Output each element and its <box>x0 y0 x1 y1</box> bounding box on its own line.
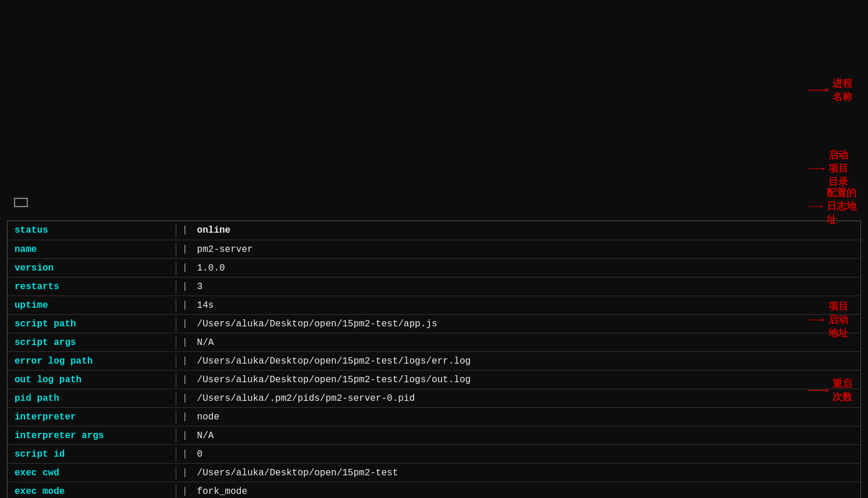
row-key-script-id: script id <box>8 447 176 461</box>
table-row: restarts|3 <box>8 277 860 296</box>
row-val-name: pm2-server <box>194 243 860 257</box>
describe-box <box>14 198 28 207</box>
row-pipe: | <box>176 447 194 461</box>
table-row: status|online <box>8 221 860 240</box>
row-val-interpreter: node <box>194 410 860 424</box>
svg-marker-7 <box>822 318 825 321</box>
row-pipe: | <box>176 317 194 331</box>
table-row: pid path|/Users/aluka/.pm2/pids/pm2-serv… <box>8 389 860 407</box>
annotation-0: 进程名称 <box>808 77 856 104</box>
svg-marker-1 <box>826 88 829 92</box>
row-key-error-log-path: error log path <box>8 354 176 368</box>
annotation-1: 启动项目目录 <box>808 148 856 188</box>
row-key-uptime: uptime <box>8 298 176 312</box>
row-pipe: | <box>176 392 194 405</box>
table-row: exec cwd|/Users/aluka/Desktop/open/15pm2… <box>8 463 860 482</box>
table-row: name|pm2-server <box>8 240 860 258</box>
row-val-script-args: N/A <box>194 336 860 350</box>
row-pipe: | <box>176 223 194 237</box>
row-key-restarts: restarts <box>8 280 176 294</box>
row-val-error-log-path: /Users/aluka/Desktop/open/15pm2-test/log… <box>194 354 860 368</box>
table-row: script args|N/A <box>8 333 860 351</box>
table-row: script path|/Users/aluka/Desktop/open/15… <box>8 314 860 333</box>
row-val-restarts: 3 <box>194 280 860 294</box>
table-row: out log path|/Users/aluka/Desktop/open/1… <box>8 370 860 389</box>
row-val-status: online <box>194 223 860 237</box>
row-key-interpreter: interpreter <box>8 410 176 424</box>
terminal-window: status|onlinename|pm2-serverversion|1.0.… <box>0 0 868 498</box>
row-pipe: | <box>176 410 194 424</box>
row-key-exec-mode: exec mode <box>8 485 176 499</box>
row-val-exec-cwd: /Users/aluka/Desktop/open/15pm2-test <box>194 466 860 480</box>
table-row: error log path|/Users/aluka/Desktop/open… <box>8 351 860 370</box>
row-key-pid-path: pid path <box>8 392 176 405</box>
row-pipe: | <box>176 243 194 257</box>
row-val-script-id: 0 <box>194 447 860 461</box>
table-row: exec mode|fork_mode <box>8 482 860 498</box>
row-pipe: | <box>176 336 194 350</box>
command-line <box>0 158 868 192</box>
table-row: version|1.0.0 <box>8 258 860 277</box>
svg-marker-5 <box>821 205 823 207</box>
row-val-out-log-path: /Users/aluka/Desktop/open/15pm2-test/log… <box>194 373 860 387</box>
annotation-4: 重启次数 <box>808 377 856 404</box>
row-key-interpreter-args: interpreter args <box>8 429 176 443</box>
row-pipe: | <box>176 373 194 387</box>
table-row: uptime|14s <box>8 296 860 314</box>
row-val-version: 1.0.0 <box>194 261 860 275</box>
row-key-script-args: script args <box>8 336 176 350</box>
table-row: script id|0 <box>8 444 860 463</box>
row-val-script-path: /Users/aluka/Desktop/open/15pm2-test/app… <box>194 317 860 331</box>
info-table: status|onlinename|pm2-serverversion|1.0.… <box>7 220 861 498</box>
row-val-pid-path: /Users/aluka/.pm2/pids/pm2-server-0.pid <box>194 392 860 405</box>
row-key-status: status <box>8 223 176 237</box>
row-val-exec-mode: fork_mode <box>194 485 860 499</box>
annotation-2: 配置的日志地址 <box>808 186 856 226</box>
svg-marker-3 <box>822 167 825 170</box>
table-row: interpreter|node <box>8 407 860 426</box>
row-key-out-log-path: out log path <box>8 373 176 387</box>
row-key-exec-cwd: exec cwd <box>8 466 176 480</box>
svg-marker-9 <box>826 389 829 392</box>
row-key-version: version <box>8 261 176 275</box>
row-pipe: | <box>176 466 194 480</box>
row-val-interpreter-args: N/A <box>194 429 860 443</box>
describe-box-wrapper <box>0 192 868 218</box>
row-key-name: name <box>8 243 176 257</box>
prompt-line <box>0 0 868 158</box>
row-pipe: | <box>176 261 194 275</box>
row-key-script-path: script path <box>8 317 176 331</box>
annotation-3: 项目启动地址 <box>808 300 856 340</box>
row-pipe: | <box>176 298 194 312</box>
row-pipe: | <box>176 354 194 368</box>
row-val-uptime: 14s <box>194 298 860 312</box>
row-pipe: | <box>176 429 194 443</box>
table-row: interpreter args|N/A <box>8 426 860 444</box>
row-pipe: | <box>176 485 194 499</box>
row-pipe: | <box>176 280 194 294</box>
